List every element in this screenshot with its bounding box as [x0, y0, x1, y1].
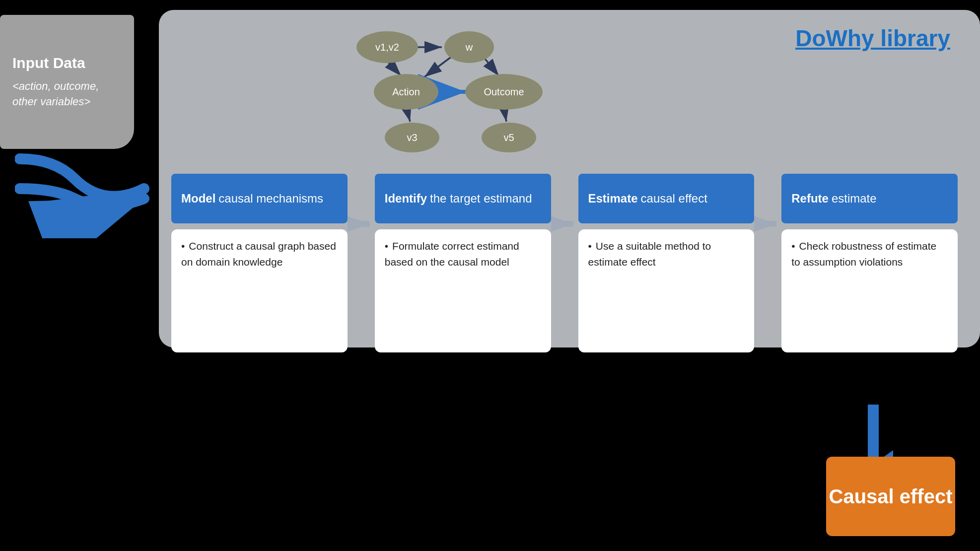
step-refute-header: Refute estimate: [781, 174, 958, 223]
causal-effect-text: Causal effect: [829, 484, 953, 508]
step-estimate-body-text: Use a suitable method to estimate effect: [588, 238, 745, 270]
svg-text:v5: v5: [503, 132, 514, 143]
step-refute-body: Check robustness of estimate to assumpti…: [781, 229, 958, 352]
graph-area: v1,v2 w Action Outcome v3 v5: [328, 22, 556, 156]
svg-line-6: [424, 55, 454, 77]
input-data-box: Input Data <action, outcome, other varia…: [0, 15, 134, 149]
step-model-body-text: Construct a causal graph based on domain…: [181, 238, 338, 270]
step-estimate-bold: Estimate: [588, 191, 638, 206]
step-identify-header: Identify the target estimand: [375, 174, 551, 223]
causal-graph-svg: v1,v2 w Action Outcome v3 v5: [328, 22, 556, 156]
step-refute-rest: estimate: [832, 191, 877, 206]
step-model: Model causal mechanisms Construct a caus…: [171, 174, 348, 352]
input-data-subtitle: <action, outcome, other variables>: [12, 79, 122, 110]
step-identify-bold: Identify: [385, 191, 427, 206]
step-refute: Refute estimate Check robustness of esti…: [781, 174, 958, 352]
step-estimate: Estimate causal effect Use a suitable me…: [578, 174, 755, 352]
svg-text:Outcome: Outcome: [484, 86, 524, 97]
arrow-svg-3: [754, 211, 781, 236]
step-model-rest: causal mechanisms: [218, 191, 323, 206]
step-identify-body: Formulate correct estimand based on the …: [375, 229, 551, 352]
step-model-bold: Model: [181, 191, 215, 206]
step-identify-body-text: Formulate correct estimand based on the …: [385, 238, 541, 270]
dowhy-title: DoWhy library: [795, 25, 950, 52]
input-data-title: Input Data: [12, 55, 122, 71]
svg-text:Action: Action: [392, 86, 420, 97]
step-refute-bold: Refute: [791, 191, 829, 206]
arrow-1-2: [348, 193, 375, 236]
arrow-3-4: [754, 193, 781, 236]
step-model-body: Construct a causal graph based on domain…: [171, 229, 348, 352]
step-refute-body-text: Check robustness of estimate to assumpti…: [791, 238, 948, 270]
step-estimate-header: Estimate causal effect: [578, 174, 755, 223]
svg-text:w: w: [465, 42, 473, 53]
svg-text:v1,v2: v1,v2: [375, 42, 399, 53]
arrow-2-3: [551, 193, 578, 236]
step-identify: Identify the target estimand Formulate c…: [375, 174, 551, 352]
svg-line-3: [387, 61, 401, 76]
svg-line-9: [504, 108, 506, 122]
step-estimate-rest: causal effect: [641, 191, 707, 206]
arrow-svg-1: [348, 211, 375, 236]
step-identify-rest: the target estimand: [430, 191, 532, 206]
step-estimate-body: Use a suitable method to estimate effect: [578, 229, 755, 352]
step-model-header: Model causal mechanisms: [171, 174, 348, 223]
causal-effect-box: Causal effect: [826, 457, 955, 536]
arrow-svg-2: [551, 211, 578, 236]
svg-text:v3: v3: [407, 132, 417, 143]
input-arrow-svg: [15, 149, 164, 238]
